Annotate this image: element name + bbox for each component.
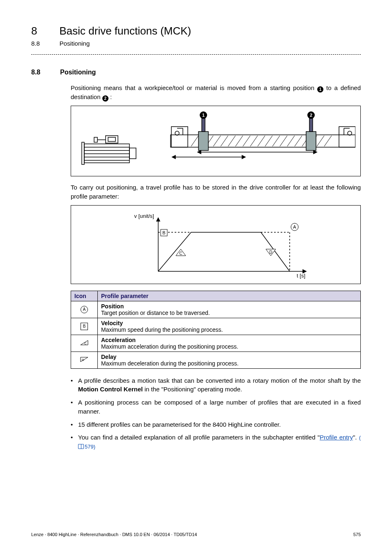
list-item: You can find a detailed explanation of a…	[71, 433, 361, 451]
triangle-up-c-icon: C	[80, 340, 89, 345]
figure1-marker-2: 2	[310, 113, 312, 118]
svg-text:D: D	[82, 358, 84, 362]
marker-one-icon: 1	[317, 86, 323, 92]
param-cell: Acceleration Maximum acceleration during…	[98, 335, 361, 352]
svg-line-26	[228, 136, 235, 146]
param-desc: Maximum deceleration during the position…	[101, 360, 239, 367]
svg-rect-6	[82, 142, 84, 164]
marker-two-icon: 2	[102, 95, 108, 102]
svg-rect-0	[84, 144, 129, 163]
icon-cell-d: D	[71, 352, 98, 368]
bullet-text-bold: Motion Control Kernel	[78, 386, 143, 393]
svg-line-24	[213, 136, 221, 146]
table-row: B Velocity Maximum speed during the posi…	[71, 318, 361, 335]
table-row: D Delay Maximum deceleration during the …	[71, 352, 361, 368]
bullet-text: A positioning process can be composed of…	[78, 399, 361, 415]
triangle-down-d-icon: D	[80, 356, 89, 362]
param-cell: Velocity Maximum speed during the positi…	[98, 318, 361, 335]
bullet-text-pre: You can find a detailed explanation of a…	[78, 434, 320, 441]
fig2-ylabel: v [unit/s]	[134, 213, 154, 219]
param-cell: Position Target position or distance to …	[98, 301, 361, 318]
icon-cell-b: B	[71, 318, 98, 335]
profile-parameter-table: Icon Profile parameter A Position Target…	[71, 291, 361, 369]
square-b-icon: B	[81, 323, 88, 330]
table-row: C Acceleration Maximum acceleration duri…	[71, 335, 361, 352]
subchapter-number: 8.8	[31, 40, 40, 47]
figure1-marker-1: 1	[202, 113, 205, 118]
circle-a-icon: A	[81, 306, 88, 313]
param-desc: Maximum speed during the positioning pro…	[101, 326, 223, 333]
svg-rect-7	[129, 148, 136, 159]
fig2-mark-c: C	[179, 251, 182, 256]
svg-line-21	[191, 136, 198, 146]
svg-text:C: C	[84, 342, 87, 345]
divider	[31, 54, 361, 55]
svg-line-33	[280, 136, 287, 146]
bullet-text: 15 different profiles can be parameteris…	[78, 421, 281, 428]
svg-rect-42	[306, 132, 316, 150]
param-title: Acceleration	[101, 337, 357, 343]
intro-paragraph: Positioning means that a workpiece/tool …	[71, 83, 361, 102]
svg-line-25	[221, 136, 228, 146]
after-figure1-paragraph: To carry out positioning, a travel profi…	[71, 183, 361, 201]
table-row: A Position Target position or distance t…	[71, 301, 361, 318]
figure-velocity-profile: v [unit/s] t [s] A B C D	[71, 205, 361, 284]
icon-cell-a: A	[71, 301, 98, 318]
svg-line-28	[243, 136, 250, 146]
param-cell: Delay Maximum deceleration during the po…	[98, 352, 361, 368]
chapter-number: 8	[31, 25, 37, 37]
param-title: Delay	[101, 354, 357, 360]
svg-line-34	[287, 136, 295, 146]
svg-rect-11	[94, 137, 97, 142]
footer-page-number: 575	[353, 532, 361, 537]
subchapter-title: Positioning	[60, 40, 90, 47]
bullet-text-post: ".	[353, 434, 359, 441]
svg-marker-51	[172, 155, 175, 159]
svg-rect-41	[202, 118, 205, 132]
svg-marker-50	[242, 155, 245, 159]
chapter-title: Basic drive functions (MCK)	[59, 25, 191, 37]
page-ref-number: 579)	[85, 444, 95, 450]
svg-marker-47	[314, 150, 317, 154]
svg-line-35	[295, 136, 302, 146]
fig2-mark-b: B	[162, 230, 165, 235]
param-desc: Target position or distance to be traver…	[101, 310, 210, 316]
profile-entry-link[interactable]: Profile entry	[320, 434, 353, 441]
footer-left: Lenze · 8400 HighLine · Referenzhandbuch…	[31, 532, 197, 537]
fig2-mark-d: D	[269, 250, 272, 254]
svg-line-29	[250, 136, 258, 146]
intro-text-1: Positioning means that a workpiece/tool …	[71, 84, 317, 91]
section-number: 8.8	[31, 69, 40, 76]
icon-cell-c: C	[71, 335, 98, 352]
param-title: Velocity	[101, 320, 357, 326]
svg-line-27	[235, 136, 243, 146]
svg-line-39	[324, 136, 332, 146]
svg-rect-43	[309, 118, 313, 132]
svg-line-32	[272, 136, 280, 146]
list-item: 15 different profiles can be parameteris…	[71, 420, 361, 429]
svg-rect-9	[108, 137, 115, 141]
figure-motor-rail: 1 2	[71, 106, 361, 176]
svg-rect-17	[339, 127, 355, 147]
svg-rect-40	[198, 132, 208, 150]
svg-marker-48	[198, 150, 201, 154]
param-title: Position	[101, 303, 357, 310]
bullet-list: A profile describes a motion task that c…	[71, 376, 361, 451]
fig2-xlabel: t [s]	[297, 273, 305, 279]
fig2-mark-a: A	[293, 224, 296, 229]
svg-rect-8	[106, 136, 118, 143]
bullet-text-pre: A profile describes a motion task that c…	[78, 377, 361, 384]
table-header-icon: Icon	[71, 291, 98, 301]
svg-line-30	[258, 136, 265, 146]
svg-line-31	[265, 136, 272, 146]
list-item: A positioning process can be composed of…	[71, 398, 361, 416]
svg-rect-13	[171, 127, 188, 147]
svg-line-38	[317, 136, 324, 146]
table-header-param: Profile parameter	[98, 291, 361, 301]
book-icon	[78, 444, 84, 449]
intro-text-3: :	[110, 93, 112, 100]
svg-marker-55	[157, 218, 160, 221]
param-desc: Maximum acceleration during the position…	[101, 343, 238, 350]
bullet-text-post: in the "Positioning" operating mode.	[145, 386, 242, 393]
list-item: A profile describes a motion task that c…	[71, 376, 361, 394]
